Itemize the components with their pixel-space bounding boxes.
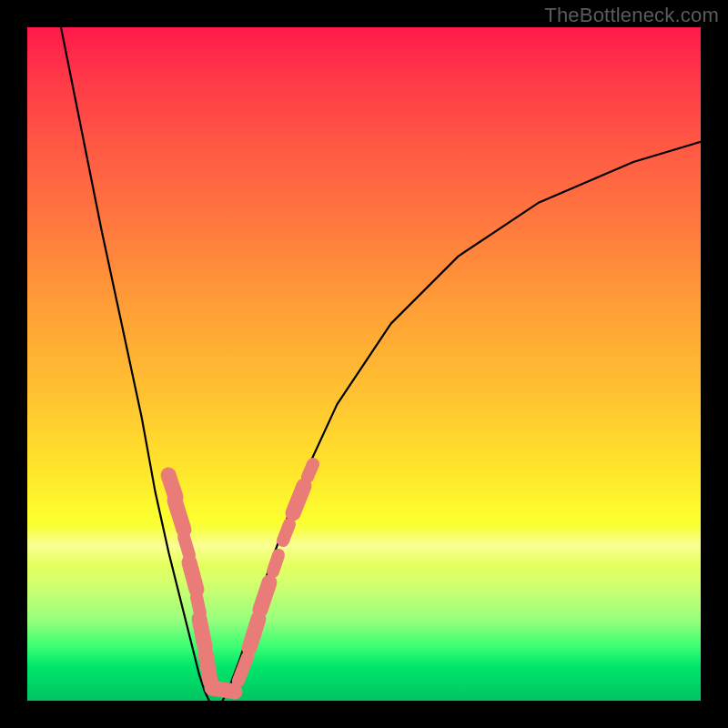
worm-right-3: [260, 582, 269, 610]
plot-area: [27, 27, 701, 701]
worm-left-4: [189, 562, 197, 590]
worm-left-6: [199, 619, 205, 646]
worm-right-4: [273, 555, 278, 571]
worm-group-left: [168, 475, 235, 692]
worm-left-bottom: [212, 688, 235, 692]
worm-group-right: [238, 464, 313, 681]
worm-left-3: [184, 537, 189, 555]
worm-right-2: [249, 619, 258, 648]
curves-svg: [27, 27, 701, 701]
curve-left: [61, 27, 209, 701]
chart-frame: TheBottleneck.com: [0, 0, 728, 728]
worm-right-1: [238, 657, 248, 681]
worm-left-7: [206, 653, 210, 681]
curve-right: [223, 142, 701, 701]
worm-left-2: [175, 500, 184, 530]
worm-left-5: [197, 597, 200, 613]
worm-right-6: [293, 486, 304, 513]
worm-right-5: [283, 524, 289, 541]
worm-right-7: [308, 464, 313, 477]
watermark-text: TheBottleneck.com: [544, 4, 719, 27]
